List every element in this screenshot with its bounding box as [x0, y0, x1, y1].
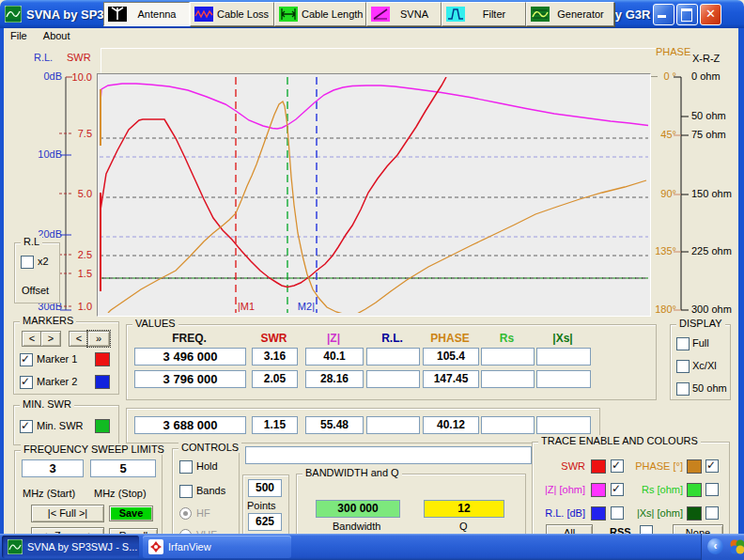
points-panel: 500 Points 625 [242, 474, 289, 536]
minimize-button[interactable] [653, 4, 674, 25]
window-border-right [738, 28, 744, 534]
maximize-button[interactable] [676, 4, 698, 25]
marker2-checkbox[interactable] [20, 376, 33, 389]
min-swr-color-swatch[interactable] [95, 419, 110, 433]
trace-rs-swatch[interactable] [687, 483, 702, 497]
min-swr-title: MIN. SWR [20, 398, 74, 410]
trace-rs-checkbox[interactable] [705, 483, 719, 496]
menu-file[interactable]: File [4, 28, 34, 43]
m1-z-field[interactable]: 40.1 [305, 348, 364, 366]
trace-rl-swatch[interactable] [591, 506, 606, 521]
min-z-field[interactable]: 55.48 [305, 416, 364, 434]
app-icon [5, 6, 22, 23]
cable-loss-mode-button[interactable]: Cable Loss [190, 2, 274, 26]
m2-z-field[interactable]: 28.16 [305, 370, 364, 388]
header-freq: FREQ. [134, 332, 244, 345]
rl-offset-title: R.L [21, 236, 42, 247]
m2-rs-field[interactable] [481, 370, 535, 388]
taskbar-task-svna[interactable]: SVNA by SP3SWJ - S... [2, 536, 139, 558]
maximize-icon [681, 8, 692, 22]
m2-phase-field[interactable]: 147.45 [423, 370, 479, 388]
sweep-stop-field[interactable]: 5 [90, 459, 156, 477]
cable-length-mode-label: Cable Length [302, 8, 368, 20]
svna-mode-label: SVNA [394, 8, 441, 20]
min-rl-field[interactable] [366, 416, 420, 434]
taskbar-task-irfanview-label: IrfanView [168, 541, 211, 552]
header-phase: PHASE [423, 332, 477, 345]
min-xs-field[interactable] [536, 416, 591, 434]
swr-tick-2-5: 2.5 [66, 249, 92, 260]
swr-tick-5: 5.0 [66, 188, 92, 199]
trace-rs-label: Rs [ohm] [627, 484, 683, 495]
close-button[interactable]: ✕ [700, 4, 721, 25]
m1-phase-field[interactable]: 105.4 [423, 348, 479, 366]
marker2-color-swatch[interactable] [95, 375, 110, 389]
m2-rl-field[interactable] [366, 370, 420, 388]
trace-phase-swatch[interactable] [687, 459, 702, 474]
text-entry-field[interactable] [245, 446, 532, 464]
trace-swr-label: SWR [533, 460, 585, 472]
marker-step-fwd-button[interactable]: » [87, 331, 110, 347]
trace-swr-swatch[interactable] [591, 459, 606, 474]
min-phase-field[interactable]: 40.12 [423, 416, 479, 434]
m2-xs-field[interactable] [536, 370, 591, 388]
display-50ohm-checkbox[interactable] [676, 382, 690, 396]
m2-swr-field[interactable]: 2.05 [252, 370, 298, 388]
chart-traces: |M1M2| [100, 77, 648, 313]
rl-x2-checkbox[interactable] [21, 256, 34, 269]
m1-rl-field[interactable] [366, 348, 420, 366]
generator-mode-button[interactable]: Generator [526, 2, 614, 26]
bandwidth-field[interactable]: 300 000 [316, 500, 400, 518]
full-span-button[interactable]: |< Full >| [31, 505, 104, 522]
display-full-checkbox[interactable] [676, 337, 690, 350]
hold-checkbox[interactable] [179, 460, 193, 474]
marker-step-back-button[interactable]: < [69, 331, 89, 347]
values-title: VALUES [132, 318, 178, 329]
hf-radio[interactable] [179, 507, 192, 520]
close-icon: ✕ [705, 7, 716, 21]
min-swr-group: MIN. SWR Min. SWR [13, 405, 119, 445]
trace-z-checkbox[interactable] [611, 483, 624, 496]
marker1-label: Marker 1 [37, 353, 77, 365]
m1-swr-field[interactable]: 3.16 [252, 348, 298, 366]
save-button[interactable]: Save [109, 506, 153, 521]
trace-xs-checkbox[interactable] [705, 506, 719, 520]
filter-mode-button[interactable]: Filter [442, 2, 526, 26]
svna-mode-button[interactable]: SVNA [366, 2, 442, 26]
marker1-checkbox[interactable] [20, 353, 33, 366]
header-rs: Rs [481, 332, 533, 345]
bands-checkbox[interactable] [179, 485, 193, 498]
tray-notification-icon[interactable] [730, 539, 744, 554]
marker2-label: Marker 2 [37, 376, 77, 387]
m1-xs-field[interactable] [536, 348, 591, 366]
m1-rs-field[interactable] [481, 348, 535, 366]
min-swr-checkbox[interactable] [20, 420, 33, 433]
q-field[interactable]: 12 [424, 500, 504, 518]
points-top-field[interactable]: 500 [248, 479, 282, 497]
taskbar-task-irfanview[interactable]: IrfanView [143, 536, 291, 558]
sweep-start-field[interactable]: 3 [22, 459, 84, 477]
antenna-mode-button[interactable]: Antenna [103, 2, 190, 26]
chart-plot-area[interactable]: |M1M2| [97, 73, 651, 317]
swr-tick-1: 1.0 [66, 301, 92, 312]
display-xcxl-checkbox[interactable] [676, 360, 690, 373]
min-rs-field[interactable] [481, 416, 535, 434]
points-bottom-field[interactable]: 625 [248, 513, 282, 531]
trace-swr-checkbox[interactable] [611, 459, 624, 473]
trace-rl-checkbox[interactable] [611, 506, 624, 520]
m2-freq-field[interactable]: 3 796 000 [134, 370, 246, 388]
window-border-left [0, 28, 4, 534]
ohm-tick-50: 50 ohm [691, 110, 726, 121]
trace-xs-swatch[interactable] [687, 506, 702, 521]
menu-about[interactable]: About [37, 28, 77, 43]
min-freq-field[interactable]: 3 688 000 [134, 416, 246, 434]
marker-prev-button[interactable]: < [22, 331, 42, 347]
trace-phase-checkbox[interactable] [705, 459, 719, 473]
cable-length-mode-button[interactable]: Cable Length [274, 2, 366, 26]
marker-next-button[interactable]: > [40, 331, 61, 347]
m1-freq-field[interactable]: 3 496 000 [134, 348, 246, 366]
tray-collapse-button[interactable]: ‹ [707, 538, 723, 554]
min-swr-field[interactable]: 1.15 [252, 416, 298, 434]
marker1-color-swatch[interactable] [95, 352, 110, 366]
trace-z-swatch[interactable] [591, 483, 606, 497]
